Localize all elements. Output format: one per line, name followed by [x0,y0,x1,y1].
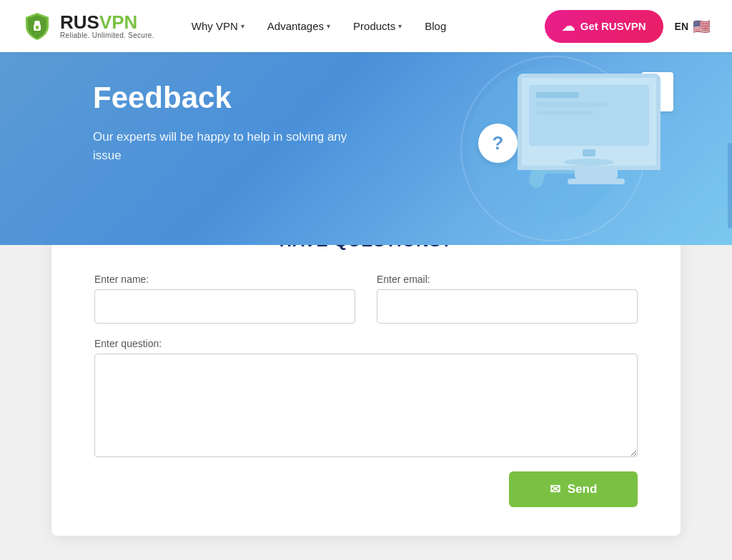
scroll-indicator[interactable] [728,143,732,229]
svg-rect-5 [536,92,579,98]
logo[interactable]: RUSVPN Reliable. Unlimited. Secure. [21,11,154,42]
nav-advantages[interactable]: Advantages ▾ [259,14,339,38]
monitor-base [575,170,618,179]
chevron-down-icon: ▾ [327,22,330,30]
flag-icon: 🇺🇸 [693,18,711,35]
envelope-icon: ✉ [550,481,560,497]
main-content: HAVE QUESTIONS? Enter name: Enter email:… [0,245,732,536]
nav-blog[interactable]: Blog [416,14,455,38]
get-rusvpn-button[interactable]: ☁ Get RUSVPN [545,10,663,43]
email-input[interactable] [377,289,638,324]
nav-products[interactable]: Products ▾ [345,14,410,38]
monitor-stand [568,179,625,184]
logo-text: RUSVPN Reliable. Unlimited. Secure. [60,13,154,39]
question-textarea[interactable] [94,354,638,457]
send-row: ✉ Send [94,471,638,507]
name-input[interactable] [94,289,355,324]
question-label: Enter question: [94,338,638,349]
nav-why-vpn[interactable]: Why VPN ▾ [183,14,253,38]
email-label: Enter email: [377,274,638,285]
svg-point-9 [564,159,614,166]
cloud-upload-icon: ☁ [562,19,575,34]
form-group-name: Enter name: [94,274,355,324]
chevron-down-icon: ▾ [398,22,402,30]
monitor-screen [518,74,661,170]
monitor-illustration [518,74,675,188]
svg-rect-7 [536,111,593,115]
form-group-question: Enter question: [94,338,638,457]
logo-tagline: Reliable. Unlimited. Secure. [60,31,154,39]
nav-links: Why VPN ▾ Advantages ▾ Products ▾ Blog [183,14,545,38]
name-label: Enter name: [94,274,355,285]
svg-rect-8 [583,149,595,156]
form-group-email: Enter email: [377,274,638,324]
language-selector[interactable]: EN 🇺🇸 [675,18,711,35]
svg-rect-2 [36,26,39,29]
chevron-down-icon: ▾ [241,22,244,30]
hero-title: Feedback [93,81,365,115]
hero-section: Feedback Our experts will be happy to he… [0,52,732,245]
send-button[interactable]: ✉ Send [509,471,638,507]
navbar: RUSVPN Reliable. Unlimited. Secure. Why … [0,0,732,52]
hero-subtitle: Our experts will be happy to help in sol… [93,128,365,164]
logo-shield-icon [21,11,53,42]
contact-form-card: HAVE QUESTIONS? Enter name: Enter email:… [51,202,681,536]
form-name-email-row: Enter name: Enter email: [94,274,638,324]
question-bubble-icon: ? [478,124,518,163]
hero-text: Feedback Our experts will be happy to he… [93,81,365,164]
monitor-screen-content [522,78,656,166]
svg-rect-6 [536,102,608,106]
logo-brand: RUSVPN [60,13,154,31]
